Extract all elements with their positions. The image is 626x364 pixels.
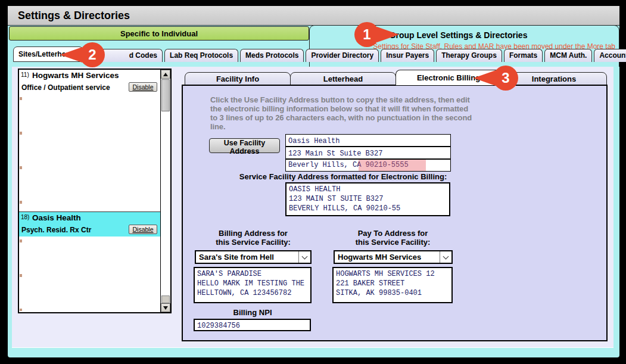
scrollbar-thumb[interactable]: [161, 79, 170, 111]
app-window: Settings & Directories Specific to Indiv…: [8, 6, 619, 357]
nav-tab-accounts[interactable]: Accounts: [594, 49, 626, 62]
row-tick-marks: [20, 97, 22, 210]
callout-badge-3: 3: [493, 66, 518, 91]
city-state-zip-text: Beverly Hills, CA 90210-5555: [288, 161, 409, 169]
site-number: 18): [21, 214, 29, 220]
row-tick-marks: [20, 239, 22, 311]
billing-npi-label: Billing NPI: [194, 308, 312, 317]
nav-tab-provider-directory[interactable]: Provider Directory: [306, 49, 379, 62]
callout-badge-2: 2: [80, 42, 105, 67]
billing-street-input[interactable]: [285, 147, 451, 159]
arrow-down-icon: [163, 306, 168, 310]
billing-address-dropdown[interactable]: Sara's Site from Hell: [195, 250, 312, 264]
tab-specific-to-individual-label: Specific to Individual: [120, 29, 198, 38]
dropdown-button[interactable]: [440, 251, 451, 263]
billing-npi-input[interactable]: [194, 319, 311, 331]
formatted-address-textarea[interactable]: OASIS HEALTH 123 MAIN ST SUITE B327 BEVE…: [285, 182, 450, 216]
nav-tab-formats[interactable]: Formats: [504, 49, 543, 62]
scrollbar-end-block: [161, 295, 170, 303]
scroll-up-button[interactable]: [161, 70, 170, 79]
billing-name-input[interactable]: [285, 134, 451, 147]
callout-number: 3: [493, 66, 518, 91]
title-bar: Settings & Directories: [8, 6, 619, 26]
page-title: Settings & Directories: [18, 10, 130, 22]
billing-city-state-zip-input[interactable]: Beverly Hills, CA 90210-5555: [285, 159, 451, 172]
billing-address-label: Billing Address for this Service Facilit…: [194, 229, 313, 247]
callout-number: 2: [80, 42, 105, 67]
scroll-down-button[interactable]: [161, 303, 170, 312]
chevron-down-icon: [302, 253, 308, 259]
site-number: 11): [21, 71, 29, 78]
callout-number: 1: [354, 22, 379, 47]
nav-tab-lab-req-protocols[interactable]: Lab Req Protocols: [164, 49, 238, 62]
nav-tab-mcm-auth[interactable]: MCM Auth.: [544, 49, 592, 62]
chevron-down-icon: [443, 253, 449, 259]
billing-instructions: Click the Use Facility Address button to…: [210, 95, 475, 131]
site-item-body: [19, 237, 170, 312]
site-name: Oasis Health: [32, 213, 81, 222]
site-type: Office / Outpatient service: [21, 83, 110, 92]
dropdown-button[interactable]: [298, 251, 310, 263]
disable-site-button[interactable]: Disable: [129, 82, 157, 92]
arrow-up-icon: [163, 73, 168, 76]
pay-to-address-selected: Hogwarts MH Services: [335, 253, 440, 262]
callout-tail-icon: [60, 47, 82, 63]
callout-badge-1: 1: [354, 22, 379, 47]
callout-tail-icon: [474, 70, 496, 86]
site-name: Hogwarts MH Services: [32, 71, 119, 80]
callout-tail-icon: [377, 27, 399, 42]
electronic-billing-panel: Click the Use Facility Address button to…: [182, 85, 608, 341]
use-facility-address-button[interactable]: Use Facility Address: [209, 138, 280, 153]
tab-specific-to-individual[interactable]: Specific to Individual: [9, 26, 309, 41]
pay-to-address-label: Pay To Address for this Service Facility…: [332, 229, 454, 247]
tab-facility-info[interactable]: Facility Info: [185, 72, 291, 85]
sites-scrollbar[interactable]: [160, 70, 170, 312]
nav-tab-insur-payers[interactable]: Insur Payers: [381, 49, 434, 62]
scrollbar-track[interactable]: [161, 112, 170, 295]
settings-nav-tabs: Sites/Letterheads d Codes Lab Req Protoc…: [13, 48, 626, 62]
billing-address-selected: Sara's Site from Hell: [196, 253, 298, 262]
nav-tab-therapy-groups[interactable]: Therapy Groups: [436, 49, 502, 62]
sites-list: 11) Hogwarts MH Services Office / Outpat…: [18, 69, 172, 313]
pay-to-address-textarea[interactable]: HOGWARTS MH SERVICES 12 221 BAKER STREET…: [332, 267, 453, 303]
site-list-item-oasis-selected[interactable]: 18) Oasis Health Psych. Resid. Rx Ctr Di…: [19, 211, 170, 237]
nav-tab-meds-protocols[interactable]: Meds Protocols: [240, 49, 304, 62]
site-item-body: [19, 94, 170, 211]
tab-letterhead[interactable]: Letterhead: [290, 72, 396, 85]
disable-site-button[interactable]: Disable: [129, 225, 157, 234]
billing-address-textarea[interactable]: SARA'S PARADISE HELLO MARK IM TESTING TH…: [194, 267, 312, 303]
formatted-address-label: Service Facility Address formatted for E…: [231, 172, 456, 181]
site-type: Psych. Resid. Rx Ctr: [21, 226, 91, 234]
site-list-item-hogwarts[interactable]: 11) Hogwarts MH Services Office / Outpat…: [19, 70, 170, 94]
pay-to-address-dropdown[interactable]: Hogwarts MH Services: [334, 250, 453, 264]
facility-detail-tabs: Facility Info Letterhead Electronic Bill…: [185, 70, 606, 85]
